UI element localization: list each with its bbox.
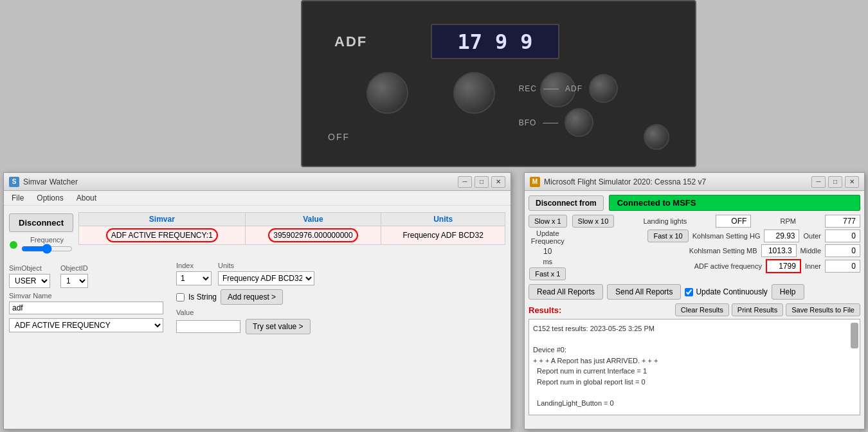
add-request-button[interactable]: Add request > — [221, 289, 283, 305]
rpm-value: 777 — [825, 215, 860, 228]
is-string-checkbox[interactable] — [176, 293, 185, 302]
simobject-select[interactable]: USER — [9, 274, 50, 288]
minimize-button[interactable]: ─ — [458, 176, 472, 188]
inner-label: Inner — [805, 262, 821, 270]
knob-rec-adf[interactable] — [589, 74, 618, 103]
simvar-name-group: Simvar Name — [9, 292, 163, 314]
msfs-close-button[interactable]: ✕ — [845, 176, 859, 188]
results-line-6: LandingLight_Button = 0 — [533, 398, 856, 409]
slow-x10-button[interactable]: Slow x 10 — [572, 215, 615, 228]
adf-panel: ADF 17 9 9 OFF REC —— ADF BFO —— — [301, 0, 696, 167]
frequency-slider[interactable] — [21, 244, 73, 254]
index-select[interactable]: 1 — [176, 271, 212, 285]
knob-center[interactable] — [453, 72, 495, 114]
close-button[interactable]: ✕ — [491, 176, 505, 188]
disconnect-from-button[interactable]: Disconnect from — [529, 195, 604, 211]
results-line-5: Report num in global report list = 0 — [533, 377, 856, 388]
adf-digit-3: 9 — [520, 30, 532, 54]
value-cell-oval: 395902976.000000000 — [268, 228, 357, 242]
read-all-reports-button[interactable]: Read All Reports — [529, 284, 603, 300]
adf-label: ADF — [334, 33, 367, 50]
update-continuously-checkbox-label: Update Continuously — [685, 287, 767, 296]
landing-lights-label: Landing lights — [643, 217, 687, 225]
update-continuously-checkbox[interactable] — [685, 288, 693, 296]
knob-bfo[interactable] — [565, 108, 593, 137]
outer-label: Outer — [803, 232, 821, 240]
send-all-reports-button[interactable]: Send All Reports — [607, 284, 681, 300]
adf-freq-value: 1799 — [766, 259, 801, 273]
app-icon: S — [9, 177, 19, 187]
results-area[interactable]: C152 test results: 2023-05-25 3:25 PM De… — [529, 319, 860, 415]
msfs-top-bar: Disconnect from Connected to MSFS — [529, 195, 860, 211]
disconnect-button[interactable]: Disconnect — [9, 213, 73, 232]
clear-results-button[interactable]: Clear Results — [675, 303, 729, 316]
simvar-content: Disconnect Frequency Simvar Value — [4, 206, 511, 339]
knob-off[interactable] — [644, 124, 669, 150]
value-section: Value Try set value > — [176, 309, 314, 334]
rpm-label: RPM — [780, 217, 795, 225]
col-units: Units — [381, 213, 505, 226]
msfs-app-icon: M — [530, 177, 540, 187]
results-buttons: Clear Results Print Results Save Results… — [675, 303, 860, 316]
index-units-row: Index 1 Units Frequency ADF BCD32 — [176, 262, 314, 285]
maximize-button[interactable]: □ — [475, 176, 489, 188]
set-value-button[interactable]: Try set value > — [246, 319, 311, 334]
kohlsman-hg-label: Kohlsman Setting HG — [692, 232, 761, 240]
middle-label: Middle — [800, 247, 821, 255]
objectid-label: ObjectID — [60, 264, 88, 272]
objectid-select[interactable]: 1 — [60, 274, 88, 288]
msfs-titlebar: M Microsoft Flight Simulator 2020: Cessn… — [525, 173, 864, 191]
simvar-name-input[interactable] — [9, 302, 163, 314]
msfs-titlebar-controls[interactable]: ─ □ ✕ — [811, 176, 859, 188]
units-select[interactable]: Frequency ADF BCD32 — [218, 271, 314, 285]
menu-file[interactable]: File — [9, 192, 26, 204]
simvar-name-label: Simvar Name — [9, 292, 163, 300]
value-input[interactable] — [176, 320, 240, 333]
simobject-label: SimObject — [9, 264, 50, 272]
results-label: Results: — [529, 305, 561, 315]
help-button[interactable]: Help — [772, 284, 804, 300]
simvar-title: Simvar Watcher — [23, 177, 78, 186]
table-row[interactable]: ADF ACTIVE FREQUENCY:1 395902976.0000000… — [79, 226, 505, 245]
menu-options[interactable]: Options — [34, 192, 66, 204]
update-freq-label: UpdateFrequency — [531, 230, 565, 245]
titlebar-controls[interactable]: ─ □ ✕ — [458, 176, 505, 188]
print-results-button[interactable]: Print Results — [732, 303, 783, 316]
menu-bar: File Options About — [4, 191, 511, 206]
adf-bottom-row: OFF REC —— ADF BFO —— — [328, 124, 669, 150]
simvar-cell-oval: ADF ACTIVE FREQUENCY:1 — [106, 228, 218, 242]
msfs-minimize-button[interactable]: ─ — [811, 176, 826, 188]
rec-label: REC — [519, 84, 537, 93]
simvar-dropdown[interactable]: ADF ACTIVE FREQUENCY — [9, 318, 163, 332]
cell-units: Frequency ADF BCD32 — [381, 226, 505, 245]
simvar-watcher-window: S Simvar Watcher ─ □ ✕ File Options Abou… — [3, 172, 511, 429]
menu-about[interactable]: About — [74, 192, 99, 204]
titlebar-left: S Simvar Watcher — [9, 177, 78, 187]
middle-value: 0 — [825, 244, 860, 257]
fast-x1-button[interactable]: Fast x 1 — [529, 267, 566, 280]
msfs-window: M Microsoft Flight Simulator 2020: Cessn… — [524, 172, 865, 429]
landing-lights-value: OFF — [716, 215, 751, 228]
results-section: Results: Clear Results Print Results Sav… — [529, 303, 860, 415]
outer-value: 0 — [825, 230, 860, 242]
units-label: Units — [218, 262, 314, 269]
is-string-label: Is String — [188, 292, 217, 302]
cell-simvar: ADF ACTIVE FREQUENCY:1 — [79, 226, 246, 245]
connection-indicator — [10, 241, 17, 249]
update-continuously-label: Update Continuously — [696, 287, 767, 296]
is-string-row: Is String Add request > — [176, 289, 314, 305]
rec-adf-area: REC —— ADF BFO —— — [519, 74, 618, 137]
fast-x10-button[interactable]: Fast x 10 — [647, 230, 688, 242]
update-freq-value: 10 — [543, 247, 552, 256]
simobject-row: SimObject USER ObjectID 1 — [9, 264, 163, 288]
knob-left[interactable] — [366, 72, 408, 114]
value-label: Value — [176, 309, 314, 316]
msfs-maximize-button[interactable]: □ — [828, 176, 842, 188]
adf-freq-label: ADF active frequency — [694, 262, 762, 270]
index-label: Index — [176, 262, 212, 269]
connected-status-bar: Connected to MSFS — [609, 195, 860, 211]
simvar-titlebar: S Simvar Watcher ─ □ ✕ — [4, 173, 511, 191]
results-scrollbar-thumb[interactable] — [851, 323, 858, 348]
save-results-button[interactable]: Save Results to File — [786, 303, 860, 316]
slow-x1-button[interactable]: Slow x 1 — [529, 215, 567, 228]
